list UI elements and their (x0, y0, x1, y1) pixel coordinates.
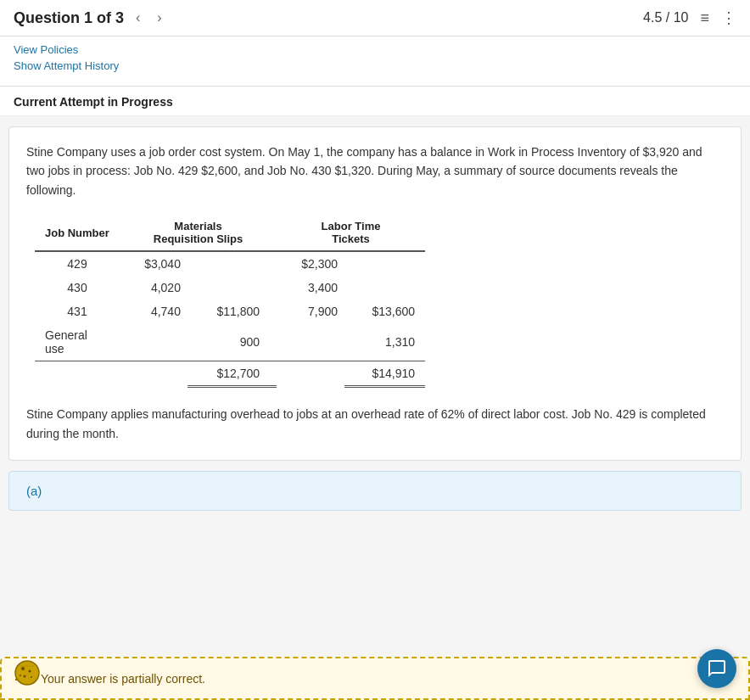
cell-lab2 (344, 276, 425, 300)
footer-text: Stine Company applies manufacturing over… (26, 405, 724, 443)
col-mat-header: Materials Requisition Slips (120, 216, 277, 251)
view-policies-link[interactable]: View Policies (14, 43, 736, 56)
header-right: 4.5 / 10 ≡ ⋮ (643, 8, 736, 27)
cell-lab1: 7,900 (277, 300, 344, 323)
prev-button[interactable]: ‹ (131, 8, 145, 27)
cell-mat2 (188, 251, 277, 276)
table-total-row: $12,700$14,910 (35, 361, 425, 387)
table-row: General use9001,310 (35, 323, 425, 361)
more-options-icon[interactable]: ⋮ (721, 8, 736, 27)
cell-job: 431 (35, 300, 120, 323)
cell-lab2 (344, 251, 425, 276)
cell-lab1 (277, 323, 344, 361)
next-button[interactable]: › (152, 8, 166, 27)
table-row: 4314,740$11,8007,900$13,600 (35, 300, 425, 323)
cell-mat-total: $12,700 (188, 361, 277, 387)
cell-lab2: $13,600 (344, 300, 425, 323)
cell-mat2: $11,800 (188, 300, 277, 323)
show-attempt-history-link[interactable]: Show Attempt History (14, 59, 736, 72)
links-area: View Policies Show Attempt History (0, 36, 750, 87)
score-label: 4.5 / 10 (643, 10, 688, 25)
list-icon[interactable]: ≡ (700, 9, 709, 27)
cell-lab2: 1,310 (344, 323, 425, 361)
cell-mat1: $3,040 (120, 251, 188, 276)
question-label: Question 1 of 3 (14, 9, 124, 27)
cell-job: 430 (35, 276, 120, 300)
intro-text: Stine Company uses a job order cost syst… (26, 143, 724, 199)
cell-mat2: 900 (188, 323, 277, 361)
table-row: 429$3,040$2,300 (35, 251, 425, 276)
page-header: Question 1 of 3 ‹ › 4.5 / 10 ≡ ⋮ (0, 0, 750, 36)
cell-mat2 (188, 276, 277, 300)
col-lab-header: Labor Time Tickets (277, 216, 425, 251)
part-a-label: (a) (26, 484, 42, 498)
header-left: Question 1 of 3 ‹ › (14, 8, 167, 27)
col-job-header: Job Number (35, 216, 120, 251)
cell-lab1: $2,300 (277, 251, 344, 276)
part-a-card: (a) (8, 471, 742, 511)
cell-mat1: 4,740 (120, 300, 188, 323)
table-row: 4304,0203,400 (35, 276, 425, 300)
cell-job: General use (35, 323, 120, 361)
cell-job: 429 (35, 251, 120, 276)
data-table: Job Number Materials Requisition Slips L… (35, 216, 425, 388)
content-card: Stine Company uses a job order cost syst… (8, 126, 742, 461)
attempt-label: Current Attempt in Progress (0, 87, 750, 116)
cell-lab1: 3,400 (277, 276, 344, 300)
cell-lab-total: $14,910 (344, 361, 425, 387)
cell-mat1: 4,020 (120, 276, 188, 300)
cell-mat1 (120, 323, 188, 361)
